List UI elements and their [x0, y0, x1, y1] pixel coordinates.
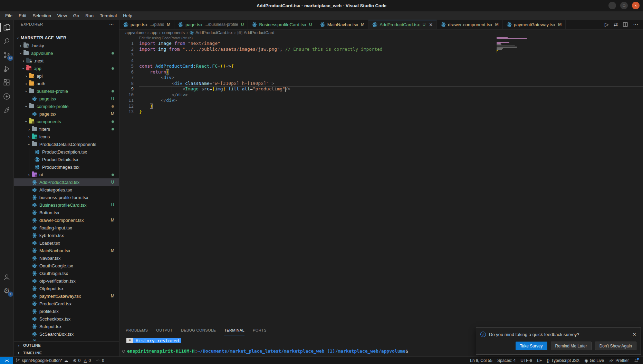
minimap[interactable]	[497, 37, 528, 53]
tree-item[interactable]: kyb-form.tsx	[14, 232, 119, 239]
tree-item[interactable]: ›ProductsDetailsComponents	[14, 140, 119, 148]
tree-item[interactable]: business-profile-form.tsx	[14, 194, 119, 201]
tab-businessprofilecard-tsx[interactable]: BusinessprofileCard.tsxU	[248, 20, 316, 29]
menu-item-terminal[interactable]: Terminal	[97, 12, 120, 19]
tree-item[interactable]: OauthGoogle.tsx	[14, 262, 119, 269]
tree-item[interactable]: ›⚙.husky	[14, 42, 119, 49]
settings-icon[interactable]: ⚙1	[0, 284, 14, 298]
tree-item[interactable]: ProductImages.tsx	[14, 163, 119, 171]
tab-drawer-component-tsx[interactable]: drawer-component.tsxM	[437, 20, 503, 29]
tree-item[interactable]: Sccheckbox.tsx	[14, 315, 119, 323]
toast-button-take-survey[interactable]: Take Survey	[516, 342, 547, 350]
panel-tab-debug-console[interactable]: DEBUG CONSOLE	[181, 325, 216, 335]
tree-item[interactable]: ›filters	[14, 125, 119, 133]
breadcrumb-item[interactable]: appvolume	[125, 30, 146, 35]
tree-item[interactable]: ScSearchBox.tsx	[14, 330, 119, 338]
tree-item[interactable]: OtpInput.tsx	[14, 285, 119, 292]
more-actions-icon[interactable]: ⋯	[109, 21, 114, 27]
tree-item[interactable]: Navbar.tsx	[14, 254, 119, 262]
extensions-icon[interactable]	[0, 76, 14, 89]
breadcrumb-item[interactable]: AddProductCard.tsx	[190, 30, 232, 35]
status-notifications-bell[interactable]	[631, 357, 641, 364]
status-broadcast[interactable]: 0	[93, 357, 107, 364]
thunder-client-icon[interactable]	[0, 89, 14, 103]
run-debug-icon[interactable]	[0, 62, 14, 76]
sidebar-section-outline[interactable]: ›OUTLINE	[14, 341, 119, 349]
tree-item[interactable]: floating-input.tsx	[14, 224, 119, 232]
panel-tab-problems[interactable]: PROBLEMS	[126, 325, 148, 335]
tree-item[interactable]: ScInput.tsx	[14, 323, 119, 330]
more-actions-icon[interactable]: ⋯	[633, 21, 638, 28]
source-control-icon[interactable]: 14	[0, 48, 14, 62]
tree-item[interactable]	[14, 338, 119, 341]
minimize-icon[interactable]: –	[608, 2, 616, 9]
split-editor-icon[interactable]	[623, 22, 628, 27]
tree-item[interactable]: BusinessprofileCard.tsxU	[14, 201, 119, 209]
menu-item-edit[interactable]: Edit	[16, 12, 29, 19]
status-cursor-position[interactable]: Ln 9, Col 55	[468, 357, 495, 364]
codelens-hint[interactable]: Edit file using CodeParrot (ctrl+h)	[119, 36, 643, 41]
panel-tab-ports[interactable]: PORTS	[253, 325, 267, 335]
menu-item-run[interactable]: Run	[82, 12, 97, 19]
tree-item[interactable]: page.tsxU	[14, 95, 119, 102]
panel-tab-terminal[interactable]: TERMINAL	[224, 325, 244, 335]
tree-item[interactable]: ProductDetails.tsx	[14, 156, 119, 163]
tree-item[interactable]: Oauthlogin.tsx	[14, 269, 119, 277]
explorer-icon[interactable]	[0, 20, 14, 34]
accounts-icon[interactable]	[0, 270, 14, 284]
toast-button-remind-me-later[interactable]: Remind Me Later	[551, 342, 592, 350]
status-prettier[interactable]: ✓✓Prettier	[606, 357, 631, 364]
breadcrumb-item[interactable]: components	[162, 30, 185, 35]
code-editor[interactable]: Edit file using CodeParrot (ctrl+h) 1imp…	[119, 36, 643, 325]
run-icon[interactable]: ▷	[605, 21, 609, 28]
tree-item[interactable]: Button.tsx	[14, 209, 119, 216]
tree-item[interactable]: ›appvolume	[14, 49, 119, 57]
tree-root[interactable]: ›MARKETPLACE_WEB	[14, 34, 119, 42]
tree-item[interactable]: MainNavbar.tsxM	[14, 247, 119, 254]
sidebar-section-timeline[interactable]: ›TIMELINE	[14, 349, 119, 356]
codeparrot-icon[interactable]	[0, 103, 14, 117]
menu-item-view[interactable]: View	[54, 12, 70, 19]
status-indentation[interactable]: Spaces: 4	[495, 357, 518, 364]
status-errors-warnings[interactable]: ⊗0△0	[70, 357, 93, 364]
search-icon[interactable]	[0, 34, 14, 48]
toast-button-don-t-show-again[interactable]: Don't Show Again	[595, 342, 636, 350]
tree-item[interactable]: paymentGateway.tsxM	[14, 292, 119, 300]
tree-item[interactable]: ›N.next	[14, 57, 119, 65]
tree-item[interactable]: ›business-profile	[14, 87, 119, 95]
tree-item[interactable]: Allcategories.tsx	[14, 186, 119, 194]
status-language-mode[interactable]: {}TypeScript JSX	[544, 357, 582, 364]
breadcrumb-item[interactable]: app	[151, 30, 157, 35]
tab-addproductcard-tsx[interactable]: AddProductCard.tsxU✕	[368, 20, 437, 29]
menu-item-file[interactable]: File	[2, 12, 16, 19]
tree-item[interactable]: ›complete-profile	[14, 102, 119, 110]
notification-close-icon[interactable]: ✕	[632, 332, 636, 337]
tab-mainnavbar-tsx[interactable]: MainNavbar.tsxM	[316, 20, 369, 29]
tree-item[interactable]: page.tsxM	[14, 110, 119, 118]
close-icon[interactable]: ×	[632, 2, 640, 9]
menu-item-go[interactable]: Go	[70, 12, 82, 19]
tree-item[interactable]: ›▪auth	[14, 80, 119, 87]
status-eol[interactable]: LF	[535, 357, 544, 364]
tree-item[interactable]: ›#api	[14, 72, 119, 80]
tab-paymentgateway-tsx[interactable]: paymentGateway.tsxM	[503, 20, 566, 29]
tree-item[interactable]: Loader.tsx	[14, 239, 119, 247]
tree-item[interactable]: ProductCard.tsx	[14, 300, 119, 307]
tree-item[interactable]: ›▤ui	[14, 171, 119, 178]
breadcrumb-item[interactable]: [@]AddProductCard	[238, 30, 275, 35]
status-remote-indicator[interactable]: ><	[0, 357, 13, 364]
tab-page-tsx[interactable]: page.tsx.../plansM	[119, 20, 174, 29]
panel-tab-output[interactable]: OUTPUT	[156, 325, 173, 335]
tree-item[interactable]: ›▣icons	[14, 133, 119, 140]
status-encoding[interactable]: UTF-8	[518, 357, 535, 364]
status-go-live[interactable]: ◉Go Live	[582, 357, 606, 364]
status-git-branch[interactable]: sprint4/google-button*☁	[13, 357, 70, 364]
tree-item[interactable]: otp-verification.tsx	[14, 277, 119, 285]
maximize-icon[interactable]: □	[620, 2, 628, 9]
tree-item[interactable]: AddProductCard.tsxU	[14, 178, 119, 186]
tab-page-tsx[interactable]: page.tsx.../business-profileU	[174, 20, 248, 29]
tree-item[interactable]: ProductDescription.tsx	[14, 148, 119, 156]
tree-item[interactable]: drawer-component.tsxM	[14, 216, 119, 224]
tab-close-icon[interactable]: ✕	[429, 22, 433, 27]
open-changes-icon[interactable]: ⇄	[613, 21, 618, 28]
